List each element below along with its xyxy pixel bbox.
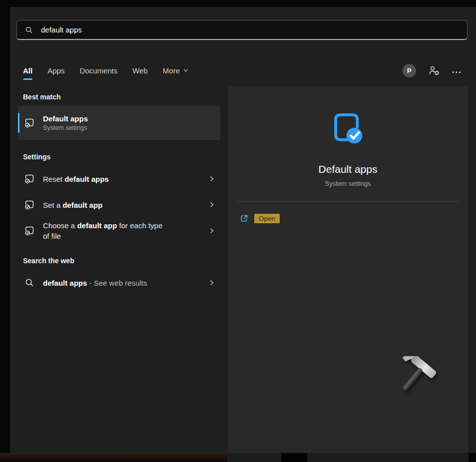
- result-default-apps[interactable]: Default apps System settings: [18, 106, 220, 140]
- search-box[interactable]: [16, 20, 468, 40]
- settings-header: Settings: [23, 153, 220, 161]
- search-web-header: Search the web: [23, 257, 220, 265]
- search-filter-tabs: All Apps Documents Web More: [23, 60, 462, 81]
- topbar-icons: P ...: [403, 64, 462, 77]
- preview-title: Default apps: [319, 163, 378, 175]
- tab-all-label: All: [23, 66, 32, 75]
- tab-documents-label: Documents: [79, 66, 117, 75]
- search-input[interactable]: [40, 25, 460, 34]
- default-apps-icon-large: [328, 109, 368, 151]
- external-link-icon: [239, 214, 249, 223]
- screen-edge: [469, 453, 476, 462]
- search-options-icon[interactable]: [428, 65, 440, 76]
- avatar-letter: P: [407, 67, 412, 74]
- search-icon: [24, 25, 33, 34]
- open-action[interactable]: Open: [239, 214, 280, 223]
- results-column: Best match Default apps System settings …: [18, 93, 220, 296]
- tab-apps-label: Apps: [47, 66, 64, 75]
- result-reset-default-apps[interactable]: Reset default apps: [18, 166, 220, 192]
- tab-more-label: More: [163, 66, 180, 75]
- chevron-right-icon: [208, 279, 215, 286]
- default-apps-icon: [24, 225, 35, 236]
- more-options-icon[interactable]: ...: [452, 68, 462, 73]
- result-web-search[interactable]: default apps - See web results: [18, 270, 220, 296]
- result-label: Set a default app: [43, 200, 102, 210]
- chevron-down-icon: [183, 67, 189, 73]
- result-choose-default-app[interactable]: Choose a default app for each type of fi…: [18, 218, 220, 244]
- tab-all[interactable]: All: [23, 66, 32, 75]
- taskbar-dark-segment: [281, 453, 307, 462]
- taskbar-strip: [227, 453, 469, 462]
- hammer-cursor: [388, 356, 443, 408]
- chevron-right-icon: [208, 201, 215, 208]
- chevron-right-icon: [208, 227, 215, 234]
- best-match-texts: Default apps System settings: [43, 114, 88, 131]
- tab-apps[interactable]: Apps: [47, 66, 64, 75]
- search-icon: [24, 277, 35, 288]
- preview-subtitle: System settings: [325, 180, 371, 187]
- default-apps-icon: [24, 173, 35, 184]
- result-label: Reset default apps: [43, 174, 109, 184]
- tab-web[interactable]: Web: [132, 66, 148, 75]
- result-set-default-app[interactable]: Set a default app: [18, 192, 220, 218]
- result-label: default apps - See web results: [43, 278, 147, 288]
- default-apps-icon: [24, 117, 35, 129]
- tab-more[interactable]: More: [163, 66, 189, 75]
- preview-panel: Default apps System settings Open: [227, 86, 469, 453]
- open-button-label[interactable]: Open: [254, 214, 280, 223]
- chevron-right-icon: [208, 175, 215, 182]
- best-match-subtitle: System settings: [43, 124, 88, 131]
- divider: [237, 201, 459, 202]
- start-search-flyout: All Apps Documents Web More: [10, 7, 476, 453]
- default-apps-icon: [24, 199, 35, 210]
- tab-documents[interactable]: Documents: [79, 66, 117, 75]
- user-avatar[interactable]: P: [403, 64, 416, 77]
- result-label: Choose a default app for each type of fi…: [43, 220, 163, 241]
- tab-web-label: Web: [132, 66, 148, 75]
- best-match-header: Best match: [23, 93, 220, 101]
- desktop-wallpaper-strip: [0, 453, 227, 462]
- best-match-title: Default apps: [43, 114, 88, 123]
